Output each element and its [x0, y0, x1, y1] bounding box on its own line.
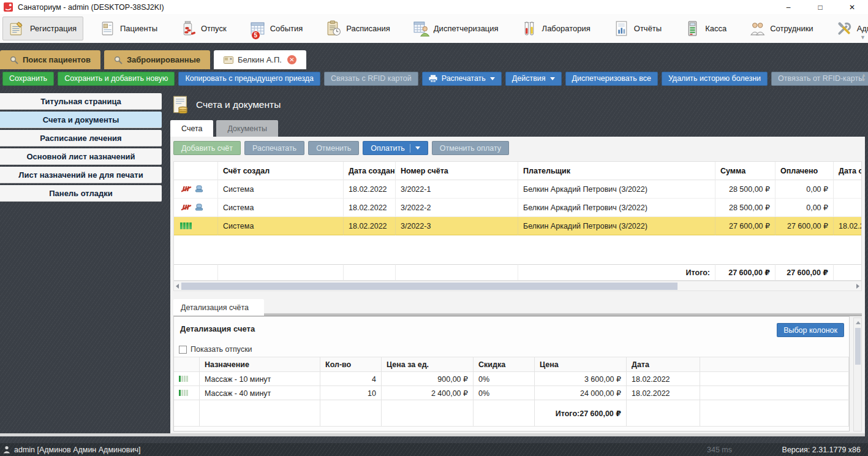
sidebar-item-treatment-schedule[interactable]: Расписание лечения	[0, 130, 162, 146]
unlink-rfid-card-button[interactable]: Отвязать от RFID-карты	[771, 72, 868, 86]
button-label: Копировать с предыдущего приезда	[185, 74, 314, 83]
col-created-date[interactable]: Дата создания	[344, 162, 396, 180]
sidebar-item-prescription-sheet-not-print[interactable]: Лист назначений не для печати	[0, 167, 162, 183]
cell-discount: 0%	[474, 386, 535, 400]
ribbon-item-schedules[interactable]: Расписания	[319, 17, 396, 40]
sidebar-item-main-prescription-sheet[interactable]: Основной лист назначений	[0, 148, 162, 165]
ribbon-item-registration[interactable]: Регистрация	[2, 17, 83, 40]
col-amount[interactable]: Сумма	[715, 162, 776, 180]
cell-date: 18.02.2022	[627, 386, 700, 400]
tab-patient-belkin[interactable]: Белкин А.П. ✕	[214, 50, 306, 69]
section-header: Счета и документы	[170, 91, 868, 118]
service-status-icon	[174, 371, 200, 386]
close-button[interactable]: ✕	[836, 0, 868, 14]
ribbon-item-laboratory[interactable]: Лаборатория	[515, 17, 597, 40]
ribbon-item-dispense[interactable]: Отпуск	[173, 17, 233, 40]
ribbon-item-label: Отпуск	[201, 24, 227, 33]
schedules-icon	[325, 20, 342, 37]
ribbon-overflow-arrow[interactable]: ▼	[860, 34, 866, 40]
show-holds-checkbox[interactable]	[179, 346, 187, 354]
scroll-up-arrow-icon[interactable]	[856, 321, 861, 324]
scroll-left-arrow-icon[interactable]	[176, 284, 179, 289]
print-invoice-button[interactable]: Распечатать	[244, 141, 304, 155]
vertical-scrollbar[interactable]	[853, 317, 862, 431]
col-unit-price[interactable]: Цена за ед.	[382, 357, 474, 372]
user-icon	[3, 446, 10, 454]
ribbon-item-cashdesk[interactable]: Касса	[677, 17, 733, 40]
tab-close-icon[interactable]: ✕	[287, 55, 296, 64]
button-label: Диспетчеризовать все	[572, 74, 651, 83]
title-bar: Санаториум - admin (DESKTOP-38SJ2KI) – □…	[0, 0, 868, 14]
col-payer[interactable]: Плательщик	[518, 162, 715, 180]
maximize-button[interactable]: □	[804, 0, 836, 14]
tab-invoice-detail[interactable]: Детализация счёта	[173, 299, 264, 316]
minimize-button[interactable]: –	[772, 0, 804, 14]
save-button[interactable]: Сохранить	[2, 72, 54, 86]
ribbon-item-events[interactable]: 5 События	[243, 17, 310, 40]
tab-patient-search[interactable]: Поиск пациентов	[0, 50, 100, 69]
col-discount[interactable]: Скидка	[474, 357, 535, 372]
link-rfid-card-button[interactable]: Связать с RFID картой	[324, 72, 418, 86]
cell-price: 24 000,00 ₽	[535, 386, 627, 400]
sidebar-item-invoices-documents[interactable]: Счета и документы	[0, 112, 162, 128]
detail-table-header: Назначение Кол-во Цена за ед. Скидка Цен…	[174, 357, 849, 372]
cell-created-date: 18.02.2022	[344, 217, 396, 235]
actionbar-overflow-arrows[interactable]: ▲▼	[861, 73, 866, 83]
total-cell	[174, 264, 218, 280]
ribbon-item-reports[interactable]: Отчёты	[606, 17, 668, 40]
total-cell	[396, 264, 518, 280]
sidebar-item-title-page[interactable]: Титульная страница	[0, 93, 162, 110]
reports-icon	[613, 20, 630, 37]
sidebar-item-label: Расписание лечения	[40, 134, 121, 143]
cancel-payment-button[interactable]: Отменить оплату	[432, 141, 509, 155]
dispatch-all-button[interactable]: Диспетчеризовать все	[565, 72, 658, 86]
tab-documents[interactable]: Документы	[216, 120, 277, 137]
cell-empty	[700, 386, 849, 400]
service-status-icon	[174, 386, 200, 400]
col-service[interactable]: Назначение	[200, 357, 320, 372]
pay-dropdown-button[interactable]: Оплатить	[363, 141, 428, 155]
copy-from-previous-visit-button[interactable]: Копировать с предыдущего приезда	[178, 72, 320, 86]
divider	[410, 144, 410, 153]
add-invoice-button[interactable]: Добавить счёт	[173, 141, 241, 155]
ribbon-item-patients[interactable]: Пациенты	[92, 17, 164, 40]
col-quantity[interactable]: Кол-во	[320, 357, 382, 372]
cell-discount: 0%	[474, 371, 535, 386]
col-created-by[interactable]: Счёт создал	[218, 162, 344, 180]
detail-table: Назначение Кол-во Цена за ед. Скидка Цен…	[174, 357, 849, 427]
invoice-row[interactable]: Система 18.02.2022 3/2022-1 Белкин Аркад…	[174, 180, 861, 199]
invoice-row-selected[interactable]: Система 18.02.2022 3/2022-3 Белкин Аркад…	[174, 217, 861, 235]
choose-columns-button[interactable]: Выбор колонок	[777, 323, 844, 337]
invoice-row[interactable]: Система 18.02.2022 3/2022-2 Белкин Аркад…	[174, 199, 861, 217]
button-label: Добавить счёт	[181, 144, 233, 153]
print-dropdown-button[interactable]: Распечатать	[422, 72, 502, 86]
col-paid[interactable]: Оплачено	[776, 162, 834, 180]
scroll-right-arrow-icon[interactable]	[856, 284, 859, 289]
patient-card-icon	[224, 56, 233, 64]
scrollbar-thumb[interactable]	[855, 328, 861, 365]
col-price[interactable]: Цена	[535, 357, 627, 372]
sidebar-item-debug-panel[interactable]: Панель отладки	[0, 185, 162, 202]
col-paid-date[interactable]: Дата оплаты	[834, 162, 861, 180]
tab-invoices[interactable]: Счета	[170, 120, 213, 137]
action-button-bar: Сохранить Сохранить и добавить новую Коп…	[0, 69, 868, 88]
detail-row[interactable]: Массаж - 40 минут 10 2 400,00 ₽ 0% 24 00…	[174, 386, 849, 400]
col-date[interactable]: Дата	[627, 357, 700, 372]
button-label: Отвязать от RFID-карты	[778, 74, 864, 83]
horizontal-scrollbar[interactable]	[173, 281, 862, 291]
ribbon-item-dispatch[interactable]: Диспетчеризация	[406, 17, 505, 40]
ribbon-item-label: Пациенты	[120, 24, 157, 33]
scrollbar-thumb[interactable]	[181, 283, 677, 290]
total-cell	[174, 400, 200, 427]
actions-dropdown-button[interactable]: Действия	[505, 72, 562, 86]
save-and-add-new-button[interactable]: Сохранить и добавить новую	[58, 72, 175, 86]
delete-medical-history-button[interactable]: Удалить историю болезни	[662, 72, 768, 86]
col-number[interactable]: Номер счёта	[396, 162, 518, 180]
cell-number: 3/2022-1	[396, 180, 518, 199]
cancel-invoice-button[interactable]: Отменить	[308, 141, 359, 155]
detail-row[interactable]: Массаж - 10 минут 4 900,00 ₽ 0% 3 600,00…	[174, 372, 849, 386]
ribbon-item-staff[interactable]: Сотрудники	[742, 17, 820, 40]
chevron-down-icon	[490, 77, 495, 80]
tab-booked[interactable]: Забронированные	[104, 50, 210, 69]
tab-label: Забронированные	[127, 55, 200, 64]
